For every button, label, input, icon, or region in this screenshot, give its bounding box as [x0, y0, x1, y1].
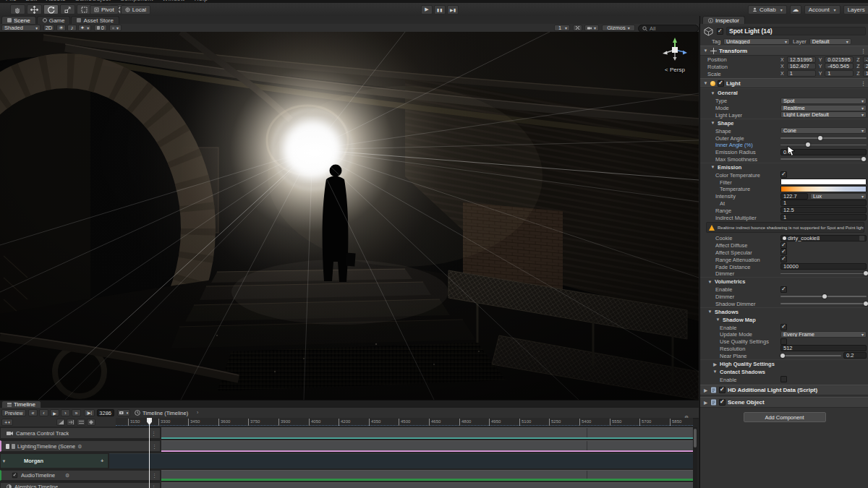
shadow-map-section-header[interactable]: Shadow Map	[700, 316, 868, 324]
use-quality-settings-checkbox[interactable]	[780, 338, 787, 345]
track-mute-checkbox[interactable]	[12, 473, 17, 478]
gameobject-name[interactable]: Spot Light (14)	[726, 27, 866, 35]
tab-timeline[interactable]: Timeline	[1, 401, 41, 408]
foldout-icon[interactable]	[703, 400, 708, 405]
light-component-header[interactable]: Light	[700, 78, 868, 88]
intensity-unit-dropdown[interactable]: Lux	[810, 193, 867, 200]
gizmos-dropdown[interactable]: Gizmos	[602, 25, 635, 31]
next-frame-button[interactable]	[61, 409, 70, 416]
fade-distance-field[interactable]: 10000	[780, 263, 867, 270]
emission-section-header[interactable]: Emission	[700, 163, 868, 171]
group-foldout-icon[interactable]	[1, 459, 7, 463]
scale-x-field[interactable]: 1	[787, 70, 816, 77]
add-component-button[interactable]: Add Component	[744, 412, 826, 422]
pause-button[interactable]	[434, 5, 446, 14]
track-menu-icon[interactable]	[151, 484, 156, 488]
insert-clip-button[interactable]	[67, 419, 75, 426]
cookie-object-field[interactable]: dirty_cookie8	[780, 235, 867, 241]
hd-data-enabled-checkbox[interactable]	[719, 387, 726, 393]
layers-dropdown[interactable]: Layers	[843, 5, 868, 14]
frame-field[interactable]: 3286	[97, 409, 114, 416]
volumetrics-section-header[interactable]: Volumetrics	[700, 277, 868, 286]
grid-dropdown[interactable]	[109, 25, 122, 31]
foldout-icon[interactable]	[703, 48, 708, 53]
timeline-vscrollbar[interactable]	[693, 427, 697, 488]
shading-mode-dropdown[interactable]: Shaded▾	[1, 25, 41, 31]
tab-game[interactable]: Game	[37, 16, 71, 24]
timeline-play-button[interactable]	[50, 409, 59, 416]
scale-y-field[interactable]: 1	[825, 70, 854, 77]
transform-component-header[interactable]: Transform	[700, 46, 868, 56]
update-mode-dropdown[interactable]: Every Frame	[780, 331, 867, 338]
component-menu-icon[interactable]	[861, 48, 868, 54]
scene-audio-toggle[interactable]: ♪	[67, 25, 77, 31]
resolution-field[interactable]: 512	[780, 345, 867, 351]
layer-dropdown[interactable]: Default	[809, 38, 851, 45]
effects-dropdown[interactable]: ✦	[78, 25, 91, 31]
foldout-icon[interactable]	[703, 388, 708, 393]
shadows-section-header[interactable]: Shadows	[700, 307, 868, 316]
scene-lighting-toggle[interactable]: ☀	[56, 25, 66, 31]
light-layer-dropdown[interactable]: Light Layer Default	[780, 111, 867, 118]
collab-dropdown[interactable]: Collab	[748, 5, 787, 14]
contact-shadows-enable-checkbox[interactable]	[780, 376, 787, 382]
affect-specular-checkbox[interactable]	[780, 249, 787, 255]
cloud-button[interactable]: ☁	[790, 5, 801, 14]
position-x-field[interactable]: 12.51995	[787, 56, 816, 63]
marker-track-toggle[interactable]	[87, 419, 95, 426]
rotation-y-field[interactable]: -450.545	[825, 63, 854, 69]
perspective-label[interactable]: < Persp	[658, 67, 692, 73]
temperature-gradient-slider[interactable]	[780, 186, 867, 192]
track-menu-icon[interactable]	[151, 430, 156, 437]
rotation-x-field[interactable]: 162.407	[787, 63, 816, 69]
scene-view[interactable]: < Persp	[0, 32, 699, 400]
track-gear-icon[interactable]	[77, 443, 82, 450]
camera-count-dropdown[interactable]: 1	[554, 25, 570, 31]
component-menu-icon[interactable]	[861, 80, 868, 87]
at-field[interactable]: 1	[780, 200, 867, 206]
timeline-asset-breadcrumb[interactable]: Timeline (Timeline)	[142, 410, 188, 416]
position-y-field[interactable]: 0.021595	[825, 56, 854, 63]
playhead-line[interactable]	[149, 418, 150, 488]
editor-tools-button[interactable]	[573, 25, 582, 31]
clip-audio-timeline[interactable]	[161, 470, 693, 481]
outer-angle-slider[interactable]	[780, 134, 867, 141]
preview-toggle[interactable]: Preview	[1, 409, 26, 416]
add-track-button[interactable]: +▾	[1, 419, 13, 426]
rotation-z-field[interactable]: 247.	[863, 63, 868, 69]
timeline-ruler[interactable]: 3150 3300 3450 3600 3750 3900 4050 4200 …	[116, 418, 693, 427]
indirect-multiplier-field[interactable]: 1	[780, 214, 867, 221]
group-area-morgan[interactable]	[109, 453, 693, 468]
curves-view-button[interactable]	[56, 419, 65, 426]
clip-camera-control[interactable]	[161, 427, 693, 439]
shape-dropdown[interactable]: Cone	[780, 127, 867, 134]
rotate-tool-button[interactable]	[43, 4, 59, 14]
tag-dropdown[interactable]: Untagged	[723, 38, 790, 45]
near-plane-slider[interactable]	[780, 352, 841, 359]
tab-scene[interactable]: Scene	[1, 16, 36, 24]
dimmer-slider[interactable]	[780, 270, 867, 277]
volumetrics-enable-checkbox[interactable]	[780, 286, 787, 293]
track-header-alembics-timeline[interactable]: Alembics Timeline	[0, 482, 161, 488]
track-menu-icon[interactable]	[152, 472, 157, 479]
play-range-toggle[interactable]	[84, 409, 95, 416]
light-enabled-checkbox[interactable]	[718, 80, 724, 87]
scene-object-enabled-checkbox[interactable]	[719, 399, 726, 406]
active-checkbox[interactable]	[717, 28, 723, 35]
pivot-toggle[interactable]: Pivot	[90, 5, 119, 14]
scale-tool-button[interactable]	[60, 4, 75, 14]
play-button[interactable]	[421, 5, 433, 14]
camera-dropdown[interactable]	[584, 25, 599, 31]
position-z-field[interactable]: -19.8	[863, 56, 868, 63]
track-header-camera-control[interactable]: Camera Control Track	[0, 427, 161, 439]
add-subtrack-button[interactable]: +	[101, 458, 103, 464]
range-attenuation-checkbox[interactable]	[780, 256, 787, 262]
extrapolation-button[interactable]	[77, 419, 85, 426]
track-gear-icon[interactable]	[65, 472, 69, 479]
volumetrics-dimmer-slider[interactable]	[780, 293, 867, 299]
track-group-morgan[interactable]: Morgan +	[0, 453, 109, 468]
track-header-lighting-timeline[interactable]: LightingTimeline (Scene	[0, 440, 161, 452]
edit-mode-camera-button[interactable]: ▾	[117, 409, 130, 416]
affect-diffuse-checkbox[interactable]	[780, 242, 787, 249]
goto-end-button[interactable]	[72, 409, 81, 416]
